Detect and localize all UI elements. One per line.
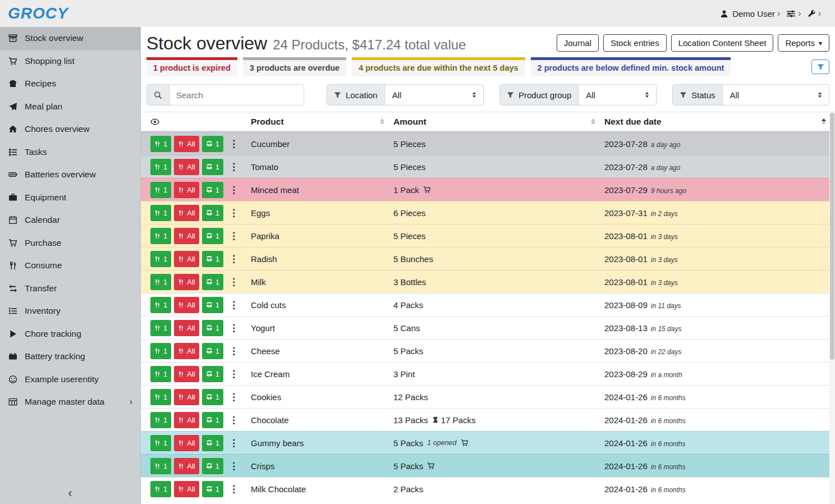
row-menu-button[interactable]: ⋮ <box>226 438 241 448</box>
status-banner-expired[interactable]: 1 product is expired <box>146 57 237 76</box>
consume-all-button[interactable]: All <box>174 136 199 152</box>
status-banner-due[interactable]: 4 products are due within the next 5 day… <box>352 57 525 76</box>
row-menu-button[interactable]: ⋮ <box>226 415 241 425</box>
table-row[interactable]: 1All1⋮Milk3 Bottles2023-08-01in 3 days <box>141 270 835 293</box>
sidebar-item-chore-tracking[interactable]: Chore tracking <box>0 323 140 346</box>
product-group-select[interactable]: All <box>579 85 656 105</box>
row-menu-button[interactable]: ⋮ <box>226 277 241 287</box>
sidebar-item-calendar[interactable]: Calendar <box>0 209 140 232</box>
product-name[interactable]: Ice Cream <box>251 369 393 379</box>
location-content-sheet-button[interactable]: Location Content Sheet <box>671 34 774 52</box>
open-one-button[interactable]: 1 <box>202 481 223 497</box>
consume-one-button[interactable]: 1 <box>150 412 171 428</box>
consume-one-button[interactable]: 1 <box>150 136 171 152</box>
consume-one-button[interactable]: 1 <box>150 389 171 405</box>
open-one-button[interactable]: 1 <box>202 136 223 152</box>
open-one-button[interactable]: 1 <box>202 343 223 359</box>
consume-one-button[interactable]: 1 <box>150 205 171 221</box>
open-one-button[interactable]: 1 <box>202 182 223 198</box>
row-menu-button[interactable]: ⋮ <box>226 185 241 195</box>
settings-menu[interactable] <box>786 9 796 19</box>
consume-one-button[interactable]: 1 <box>150 366 171 382</box>
consume-all-button[interactable]: All <box>174 228 199 244</box>
consume-one-button[interactable]: 1 <box>150 481 171 497</box>
row-menu-button[interactable]: ⋮ <box>226 300 241 310</box>
consume-one-button[interactable]: 1 <box>150 251 171 267</box>
consume-all-button[interactable]: All <box>174 205 199 221</box>
sidebar-item-transfer[interactable]: Transfer <box>0 277 140 300</box>
sidebar-item-purchase[interactable]: Purchase <box>0 232 140 255</box>
row-menu-button[interactable]: ⋮ <box>226 461 241 471</box>
column-product[interactable]: Product <box>251 112 393 131</box>
consume-all-button[interactable]: All <box>174 481 199 497</box>
consume-all-button[interactable]: All <box>174 159 199 175</box>
journal-button[interactable]: Journal <box>557 34 599 52</box>
row-menu-button[interactable]: ⋮ <box>226 208 241 218</box>
product-name[interactable]: Eggs <box>251 208 393 218</box>
open-one-button[interactable]: 1 <box>202 205 223 221</box>
consume-all-button[interactable]: All <box>174 251 199 267</box>
sidebar-item-shopping-list[interactable]: Shopping list <box>0 50 140 73</box>
status-select[interactable]: All <box>723 85 829 105</box>
consume-all-button[interactable]: All <box>174 366 199 382</box>
chevron-right-icon[interactable]: › <box>798 8 801 19</box>
consume-all-button[interactable]: All <box>174 435 199 451</box>
sidebar-item-stock-overview[interactable]: Stock overview <box>0 27 140 50</box>
sidebar-item-batteries-overview[interactable]: Batteries overview <box>0 163 140 186</box>
consume-one-button[interactable]: 1 <box>150 297 171 313</box>
sidebar-item-meal-plan[interactable]: Meal plan <box>0 95 140 118</box>
chevron-right-icon[interactable]: › <box>818 8 821 19</box>
location-select[interactable]: All <box>385 85 483 105</box>
row-menu-button[interactable]: ⋮ <box>226 162 241 172</box>
sidebar-item-example-userentity[interactable]: Example userentity <box>0 368 140 391</box>
product-name[interactable]: Cucumber <box>251 139 393 149</box>
consume-all-button[interactable]: All <box>174 274 199 290</box>
sidebar-item-recipes[interactable]: Recipes <box>0 72 140 95</box>
chevron-right-icon[interactable]: › <box>777 8 780 19</box>
table-row[interactable]: 1All1⋮Milk Chocolate2 Packs2024-01-26in … <box>141 477 835 500</box>
product-name[interactable]: Chocolate <box>251 415 393 425</box>
status-banner-overdue[interactable]: 3 products are overdue <box>243 57 346 76</box>
sidebar-item-tasks[interactable]: Tasks <box>0 141 140 164</box>
table-row[interactable]: 1All1⋮Paprika5 Pieces2023-08-01in 3 days <box>141 224 835 247</box>
row-menu-button[interactable]: ⋮ <box>226 484 241 494</box>
consume-all-button[interactable]: All <box>174 458 199 474</box>
consume-one-button[interactable]: 1 <box>150 274 171 290</box>
open-one-button[interactable]: 1 <box>202 320 223 336</box>
consume-all-button[interactable]: All <box>174 389 199 405</box>
table-row[interactable]: 1All1⋮Eggs6 Pieces2023-07-31in 2 days <box>141 201 835 224</box>
sidebar-item-inventory[interactable]: Inventory <box>0 300 140 323</box>
table-row[interactable]: 1All1⋮Cheese5 Packs2023-08-20in 22 days <box>141 339 835 362</box>
consume-one-button[interactable]: 1 <box>150 228 171 244</box>
scrollbar[interactable] <box>829 113 835 504</box>
table-row[interactable]: 1All1⋮Tomato5 Pieces2023-07-28a day ago <box>141 155 835 178</box>
product-name[interactable]: Milk Chocolate <box>251 484 393 494</box>
consume-one-button[interactable]: 1 <box>150 458 171 474</box>
table-row[interactable]: 1All1⋮Crisps5 Packs2024-01-26in 6 months <box>141 454 835 477</box>
product-name[interactable]: Cold cuts <box>251 300 393 310</box>
table-row[interactable]: 1All1⋮Ice Cream3 Pint2023-08-29in a mont… <box>141 362 835 385</box>
row-menu-button[interactable]: ⋮ <box>226 323 241 333</box>
sidebar-collapse-button[interactable]: ‹ <box>0 486 140 501</box>
open-one-button[interactable]: 1 <box>202 274 223 290</box>
sidebar-item-battery-tracking[interactable]: Battery tracking <box>0 345 140 368</box>
visibility-column[interactable] <box>146 112 251 131</box>
product-name[interactable]: Yogurt <box>251 323 393 333</box>
consume-one-button[interactable]: 1 <box>150 435 171 451</box>
consume-all-button[interactable]: All <box>174 343 199 359</box>
eye-icon[interactable] <box>150 117 159 126</box>
table-row[interactable]: 1All1⋮Yogurt5 Cans2023-08-13in 15 days <box>141 316 835 339</box>
product-name[interactable]: Paprika <box>251 231 393 241</box>
row-menu-button[interactable]: ⋮ <box>226 392 241 402</box>
consume-all-button[interactable]: All <box>174 182 199 198</box>
consume-all-button[interactable]: All <box>174 412 199 428</box>
table-row[interactable]: 1All1⋮Gummy bears5 Packs1 opened2024-01-… <box>141 431 835 454</box>
column-amount[interactable]: Amount <box>393 112 604 131</box>
scrollbar-thumb[interactable] <box>830 113 834 360</box>
sidebar-item-equipment[interactable]: Equipment <box>0 186 140 209</box>
table-row[interactable]: 1All1⋮Cold cuts4 Packs2023-08-09in 11 da… <box>141 293 835 316</box>
table-row[interactable]: 1All1⋮Radish5 Bunches2023-08-01in 3 days <box>141 247 835 270</box>
open-one-button[interactable]: 1 <box>202 366 223 382</box>
row-menu-button[interactable]: ⋮ <box>226 231 241 241</box>
app-logo[interactable]: GROCY <box>8 4 68 22</box>
